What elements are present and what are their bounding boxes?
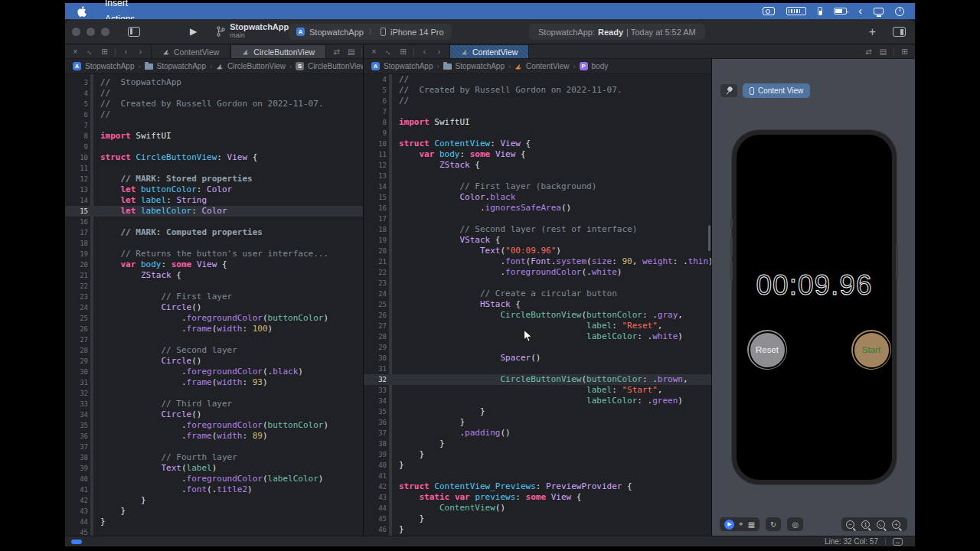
variants-icon[interactable]: ▦ — [748, 520, 755, 529]
clock-icon[interactable] — [895, 7, 904, 16]
pin-preview-button[interactable] — [720, 84, 737, 97]
tab-contentview[interactable]: ContentView — [449, 45, 529, 58]
code-line[interactable]: 36 .frame(width: 89) — [65, 431, 363, 442]
code-line[interactable]: 20 var body: some View { — [65, 259, 363, 270]
code-line[interactable]: 11 var body: some View { — [364, 149, 711, 160]
code-line[interactable]: 34 Circle() — [65, 409, 363, 420]
device-settings-icon[interactable]: ↻ — [770, 520, 776, 529]
environment-overrides-icon[interactable]: ◎ — [792, 520, 799, 529]
code-line[interactable]: 35 } — [364, 406, 711, 417]
expand-editor-icon[interactable]: ↔ — [383, 47, 394, 56]
code-line[interactable]: 39 } — [364, 449, 711, 460]
code-line[interactable]: 26 CircleButtonView(buttonColor: .gray, — [364, 310, 711, 321]
code-line[interactable]: 20 Text("00:09.96") — [364, 246, 711, 256]
code-line[interactable]: 40} — [364, 460, 711, 471]
code-line[interactable]: 17 — [364, 214, 711, 224]
code-line[interactable]: 7 — [65, 120, 363, 131]
code-line[interactable]: 31 — [364, 364, 711, 374]
breadcrumb-item-stopwatchapp[interactable]: AStopwatchApp — [73, 62, 135, 70]
code-line[interactable]: 18 — [65, 238, 363, 249]
swap-editor-icon[interactable]: ⇄ — [863, 47, 874, 56]
battery-vertical-icon[interactable] — [818, 7, 822, 15]
grid-view-icon[interactable]: ⊞ — [397, 47, 409, 56]
code-line[interactable]: 9 — [65, 142, 363, 152]
zoom-out-icon[interactable]: − — [846, 520, 854, 529]
code-line[interactable]: 22 — [65, 281, 363, 292]
code-line[interactable]: 10struct CircleButtonView: View { — [65, 152, 363, 163]
code-line[interactable]: 45 } — [364, 514, 711, 524]
navigator-toggle-icon[interactable] — [128, 27, 140, 37]
swap-editor-icon[interactable]: ⇄ — [331, 47, 342, 56]
code-line[interactable]: 4// — [65, 88, 363, 99]
code-line[interactable]: 11 — [65, 163, 363, 174]
zoom-actual-size-icon[interactable]: 1 — [861, 520, 870, 529]
grid-view-icon[interactable]: ⊞ — [99, 47, 110, 56]
breadcrumb-item-body[interactable]: Pbody — [580, 62, 609, 70]
back-icon[interactable]: ‹ — [120, 47, 132, 56]
scheme-app-name[interactable]: StopwatchApp — [309, 28, 364, 37]
expand-editor-icon[interactable]: ↔ — [84, 47, 96, 56]
code-line[interactable]: 8import SwiftUI — [65, 131, 363, 142]
code-line[interactable]: 43 } — [65, 506, 363, 517]
screen-recording-icon[interactable] — [763, 7, 775, 15]
close-editor-icon[interactable]: × — [368, 47, 380, 56]
code-line[interactable]: 17 // MARK: Computed properties — [65, 227, 363, 238]
code-line[interactable]: 44 ContentView() — [364, 503, 711, 514]
right-code-editor[interactable]: 4//5// Created by Russell Gordon on 2022… — [364, 74, 711, 536]
battery-charging-icon[interactable] — [834, 8, 847, 15]
code-line[interactable]: 24 Circle() — [65, 302, 363, 313]
tab-contentview[interactable]: ContentView — [151, 45, 230, 58]
code-line[interactable]: 14 // First layer (background) — [364, 181, 711, 192]
scheme-project[interactable]: StopwatchApp main — [217, 23, 289, 40]
code-line[interactable]: 13 let buttonColor: Color — [65, 184, 363, 195]
code-line[interactable]: 13 — [364, 171, 711, 181]
close-window-button[interactable] — [72, 28, 80, 36]
back-icon[interactable]: ‹ — [419, 47, 430, 56]
add-editor-icon[interactable]: ⊞ — [899, 47, 910, 56]
code-line[interactable]: 5// Created by Russell Gordon on 2022-11… — [65, 99, 363, 109]
code-line[interactable]: 41 — [364, 471, 711, 481]
traffic-lights[interactable] — [65, 28, 120, 36]
breadcrumb-item-contentview[interactable]: ContentView — [514, 62, 570, 70]
code-line[interactable]: 37 — [65, 442, 363, 452]
code-line[interactable]: 10struct ContentView: View { — [364, 139, 711, 149]
zoom-window-button[interactable] — [101, 28, 109, 36]
minimap-icon[interactable]: ▤ — [345, 47, 357, 56]
code-line[interactable]: 14 let label: String — [65, 195, 363, 206]
display-stack-icon[interactable] — [874, 8, 884, 15]
tab-circlebuttonview[interactable]: CircleButtonView — [230, 45, 326, 58]
scheme-selector[interactable]: A StopwatchApp 〉 iPhone 14 Pro — [289, 24, 452, 40]
code-line[interactable]: 18 // Second layer (rest of interface) — [364, 224, 711, 235]
selectable-preview-icon[interactable]: ⌖ — [739, 520, 743, 529]
code-line[interactable]: 26 .frame(width: 100) — [65, 324, 363, 334]
zoom-in-icon[interactable]: + — [892, 520, 900, 529]
minimize-window-button[interactable] — [87, 28, 95, 36]
code-line[interactable]: 32 CircleButtonView(buttonColor: .brown, — [364, 374, 711, 385]
code-line[interactable]: 43 static var previews: some View { — [364, 492, 711, 503]
code-line[interactable]: 23 — [364, 278, 711, 289]
breadcrumb-item-stopwatchapp[interactable]: AStopwatchApp — [371, 62, 433, 70]
code-line[interactable]: 39 Text(label) — [65, 463, 363, 474]
forward-icon[interactable]: › — [135, 47, 146, 56]
code-line[interactable]: 21 .font(Font.system(size: 90, weight: .… — [364, 256, 711, 267]
minimap-icon[interactable]: ▤ — [877, 47, 889, 56]
code-line[interactable]: 15 let labelColor: Color — [65, 206, 363, 217]
code-line[interactable]: 46} — [364, 524, 711, 535]
code-line[interactable]: 16 .ignoresSafeArea() — [364, 203, 711, 214]
live-preview-icon[interactable]: ▶ — [724, 520, 734, 530]
code-line[interactable]: 38 } — [364, 439, 711, 449]
code-line[interactable]: 27 — [65, 334, 363, 345]
forward-icon[interactable]: › — [433, 47, 445, 56]
zoom-fit-icon[interactable]: ↔ — [877, 520, 885, 529]
code-line[interactable]: 28 // Second layer — [65, 345, 363, 356]
code-line[interactable]: 15 Color.black — [364, 192, 711, 203]
code-line[interactable]: 38 // Fourth layer — [65, 452, 363, 463]
code-line[interactable]: 22 .foregroundColor(.white) — [364, 267, 711, 278]
circle-button-reset[interactable]: Reset — [747, 330, 787, 370]
code-line[interactable]: 42 } — [65, 495, 363, 506]
code-line[interactable]: 32 — [65, 388, 363, 399]
code-line[interactable]: 7 — [364, 106, 711, 117]
code-line[interactable]: 19 VStack { — [364, 235, 711, 246]
code-line[interactable]: 42struct ContentView_Previews: PreviewPr… — [364, 481, 711, 492]
code-line[interactable]: 37 .padding() — [364, 428, 711, 439]
